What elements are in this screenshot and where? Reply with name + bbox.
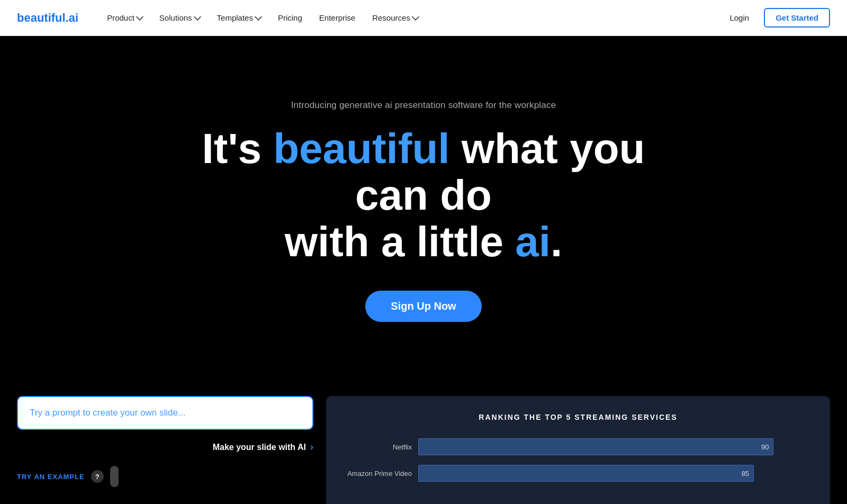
chart-row-netflix: Netflix 90 (343, 438, 813, 455)
nav-item-enterprise[interactable]: Enterprise (312, 9, 363, 26)
get-started-button[interactable]: Get Started (764, 8, 830, 28)
chart-value-netflix: 90 (761, 443, 769, 451)
scroll-indicator[interactable] (110, 466, 119, 487)
bottom-section: Make your slide with AI › TRY AN EXAMPLE… (0, 375, 847, 504)
try-example-row: TRY AN EXAMPLE ? (17, 466, 313, 487)
chart-value-amazon: 85 (742, 470, 749, 478)
nav-item-pricing[interactable]: Pricing (271, 9, 310, 26)
chart-label-amazon: Amazon Prime Video (343, 470, 412, 478)
nav-item-solutions[interactable]: Solutions (152, 9, 208, 26)
make-slide-button[interactable]: Make your slide with AI › (213, 438, 313, 456)
signup-button[interactable]: Sign Up Now (365, 291, 481, 322)
chart-title: RANKING THE TOP 5 STREAMING SERVICES (343, 413, 813, 421)
navbar: beautiful.ai Product Solutions Templates… (0, 0, 847, 36)
prompt-input[interactable] (17, 396, 313, 430)
left-panel: Make your slide with AI › TRY AN EXAMPLE… (17, 396, 313, 487)
make-slide-label: Make your slide with AI (213, 443, 306, 452)
hero-title-ai: ai (515, 218, 551, 265)
hero-title-period: . (551, 218, 562, 265)
chart-bar-container-netflix: 90 (418, 438, 813, 455)
chevron-down-icon (412, 13, 419, 21)
logo-text-main: beautiful (17, 11, 66, 24)
chart-panel: RANKING THE TOP 5 STREAMING SERVICES Net… (326, 396, 830, 504)
chevron-down-icon (255, 13, 262, 21)
nav-item-product[interactable]: Product (100, 9, 150, 26)
login-button[interactable]: Login (723, 9, 755, 26)
logo-text-ai: ai (69, 11, 78, 24)
hero-title: It's beautiful what you can do with a li… (185, 125, 662, 265)
nav-item-resources[interactable]: Resources (365, 9, 426, 26)
arrow-icon: › (310, 442, 313, 453)
help-icon[interactable]: ? (91, 470, 104, 483)
chart-bar-container-amazon: 85 (418, 465, 813, 482)
chart-bar-netflix: 90 (418, 438, 773, 455)
hero-title-part1: It's (202, 125, 274, 172)
chart-row-amazon: Amazon Prime Video 85 (343, 465, 813, 482)
logo[interactable]: beautiful.ai (17, 11, 78, 25)
hero-section: Introducing generative ai presentation s… (0, 36, 847, 375)
hero-subtitle: Introducing generative ai presentation s… (291, 100, 556, 111)
hero-title-beautiful: beautiful (273, 125, 449, 172)
chevron-down-icon (194, 13, 201, 21)
try-example-label[interactable]: TRY AN EXAMPLE (17, 473, 85, 481)
nav-actions: Login Get Started (723, 8, 830, 28)
chart-label-netflix: Netflix (343, 443, 412, 451)
nav-item-templates[interactable]: Templates (210, 9, 268, 26)
chart-bar-amazon: 85 (418, 465, 754, 482)
nav-links: Product Solutions Templates Pricing Ente… (100, 9, 723, 26)
chevron-down-icon (136, 13, 143, 21)
hero-title-part3: with a little (285, 218, 516, 265)
